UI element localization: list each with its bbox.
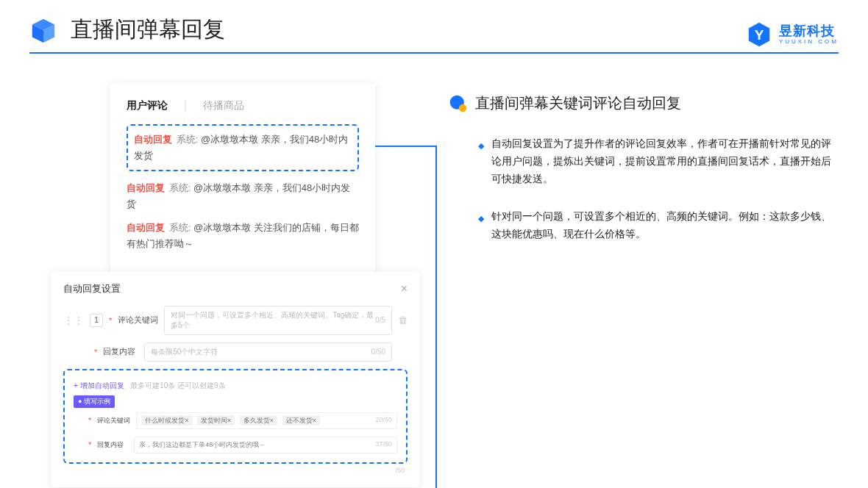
bullet-point: ◆ 自动回复设置为了提升作者的评论回复效率，作者可在开播前针对常见的评论用户问题… [449, 135, 839, 187]
example-keyword-input[interactable]: 什么时候发货× 发货时间× 多久发货× 还不发货× 20/50 [136, 412, 397, 429]
brand-name: 昱新科技 [779, 24, 839, 37]
system-label: 系统: [169, 182, 191, 193]
connector-line [435, 146, 437, 488]
settings-title: 自动回复设置 [63, 282, 121, 295]
svg-point-5 [459, 104, 466, 111]
input-placeholder: 每条限50个中文字符 [151, 347, 218, 357]
auto-reply-badge: 自动回复 [127, 182, 165, 193]
example-reply-label: 回复内容 [97, 440, 128, 450]
drag-handle-icon[interactable]: ⋮⋮ [63, 315, 84, 326]
keyword-tag[interactable]: 多久发货× [240, 415, 277, 426]
trash-icon[interactable]: 🗑 [398, 315, 408, 326]
brand-sub: YUUXIN.COM [779, 39, 839, 45]
keyword-tag[interactable]: 还不发货× [282, 415, 320, 426]
example-section: + 增加自动回复 最多可建10条 还可以创建9条 ● 填写示例 * 评论关键词 … [63, 369, 408, 464]
add-auto-reply-link[interactable]: + 增加自动回复 [74, 381, 124, 390]
keyword-label: 评论关键词 [118, 315, 158, 326]
char-counter: 0/50 [371, 348, 385, 356]
system-label: 系统: [169, 222, 191, 233]
diamond-icon: ◆ [478, 139, 484, 187]
auto-reply-badge: 自动回复 [127, 222, 165, 233]
chat-bubble-icon [449, 94, 468, 113]
comment-row: 自动回复 系统: @冰墩墩本墩 亲亲，我们48小时内发货 [127, 180, 359, 212]
bullet-text: 自动回复设置为了提升作者的评论回复效率，作者可在开播前针对常见的评论用户问题，提… [491, 135, 839, 187]
brand-block: Y 昱新科技 YUUXIN.COM [745, 21, 839, 49]
system-label: 系统: [177, 134, 199, 145]
tab-pending-goods[interactable]: 待播商品 [203, 99, 244, 112]
reply-label: 回复内容 [103, 346, 138, 357]
reply-input[interactable]: 每条限50个中文字符 0/50 [144, 342, 392, 362]
bullet-text: 针对同一个问题，可设置多个相近的、高频的关键词。例如：这款多少钱、这块能优惠吗、… [491, 208, 839, 243]
required-star: * [109, 316, 112, 325]
example-reply-input[interactable]: 亲，我们这边都是下单48小时内发货的哦～ 37/50 [134, 437, 397, 453]
keyword-tag[interactable]: 什么时候发货× [141, 415, 192, 426]
diamond-icon: ◆ [478, 212, 484, 243]
required-star: * [88, 440, 91, 449]
char-counter: 37/50 [375, 440, 392, 450]
outer-counter: /50 [63, 467, 408, 474]
example-keyword-label: 评论关键词 [97, 416, 130, 426]
comment-row: 自动回复 系统: @冰墩墩本墩 亲亲，我们48小时内发货 [134, 132, 352, 164]
close-icon[interactable]: × [401, 282, 408, 295]
comments-panel: 用户评论 | 待播商品 自动回复 系统: @冰墩墩本墩 亲亲，我们48小时内发货… [110, 83, 375, 276]
example-reply-text: 亲，我们这边都是下单48小时内发货的哦～ [139, 440, 266, 450]
example-badge: ● 填写示例 [74, 395, 115, 408]
auto-reply-badge: 自动回复 [134, 134, 172, 145]
keyword-input[interactable]: 对同一个问题，可设置多个相近、高频的关键词。Tag确定，最多5个 0/5 [164, 306, 392, 335]
char-counter: 0/5 [375, 316, 385, 324]
bullet-point: ◆ 针对同一个问题，可设置多个相近的、高频的关键词。例如：这款多少钱、这块能优惠… [449, 208, 839, 243]
highlighted-comment: 自动回复 系统: @冰墩墩本墩 亲亲，我们48小时内发货 [127, 124, 359, 171]
row-index: 1 [90, 314, 103, 327]
page-title: 直播间弹幕回复 [71, 15, 225, 45]
required-star: * [94, 348, 97, 356]
cube-icon [29, 16, 57, 44]
add-hint: 最多可建10条 还可以创建9条 [130, 381, 225, 390]
brand-logo-icon: Y [745, 21, 773, 49]
section-title: 直播间弹幕关键词评论自动回复 [475, 93, 681, 113]
svg-text:Y: Y [755, 27, 764, 43]
required-star: * [88, 416, 91, 425]
connector-line [375, 146, 435, 147]
char-counter: 20/50 [375, 416, 392, 426]
auto-reply-settings-panel: 自动回复设置 × ⋮⋮ 1 * 评论关键词 对同一个问题，可设置多个相近、高频的… [51, 272, 419, 487]
input-placeholder: 对同一个问题，可设置多个相近、高频的关键词。Tag确定，最多5个 [171, 310, 375, 331]
tab-separator: | [184, 99, 187, 112]
keyword-tag[interactable]: 发货时间× [197, 415, 235, 426]
comment-row: 自动回复 系统: @冰墩墩本墩 关注我们的店铺，每日都有热门推荐呦～ [127, 220, 359, 252]
tab-user-comments[interactable]: 用户评论 [127, 99, 168, 112]
